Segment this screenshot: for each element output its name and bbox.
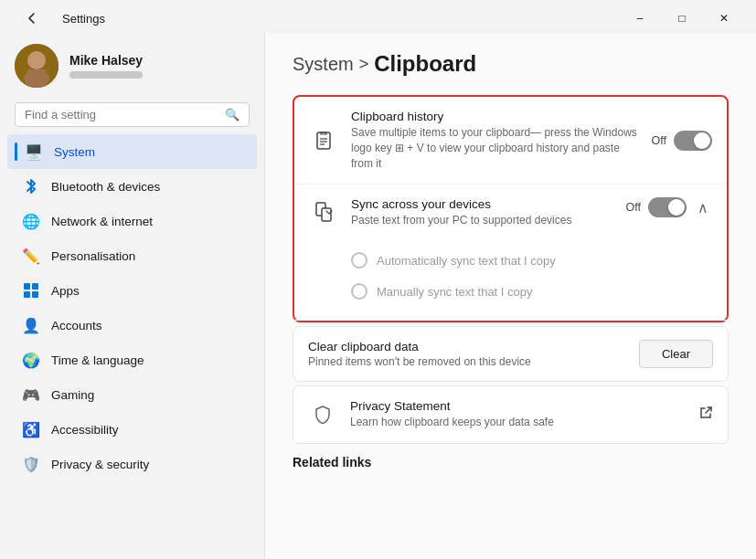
search-icon: 🔍: [225, 108, 240, 121]
sidebar-item-system[interactable]: 🖥️ System: [7, 134, 257, 169]
svg-point-1: [27, 51, 46, 69]
user-name: Mike Halsey: [69, 53, 143, 68]
sync-control: Off ∧: [626, 197, 712, 217]
sidebar-item-accounts[interactable]: 👤 Accounts: [7, 308, 257, 343]
svg-rect-5: [32, 283, 38, 290]
sync-row: Sync across your devices Paste text from…: [294, 185, 727, 241]
sidebar-item-label-bluetooth: Bluetooth & devices: [51, 180, 160, 194]
breadcrumb-current: Clipboard: [374, 51, 476, 77]
back-button[interactable]: [11, 5, 53, 32]
bluetooth-icon: [22, 177, 40, 195]
manual-sync-option[interactable]: Manually sync text that I copy: [351, 276, 712, 307]
user-account-bar: [69, 71, 143, 79]
sidebar-item-label-privacy: Privacy & security: [51, 458, 149, 471]
sync-title: Sync across your devices: [351, 197, 613, 211]
sidebar-item-accessibility[interactable]: ♿ Accessibility: [7, 412, 257, 447]
sync-expand-button[interactable]: ∧: [694, 199, 712, 216]
clear-button[interactable]: Clear: [639, 340, 713, 368]
manual-sync-radio[interactable]: [351, 283, 367, 300]
sidebar-item-label-personalisation: Personalisation: [51, 249, 135, 263]
privacy-statement-title: Privacy Statement: [350, 399, 686, 413]
clear-desc: Pinned items won't be removed on this de…: [308, 355, 639, 368]
title-bar: Settings – □ ✕: [0, 0, 756, 33]
app-body: Mike Halsey 🔍 🖥️ System Bluetooth & devi…: [0, 33, 756, 559]
breadcrumb-separator: >: [359, 55, 369, 74]
window-controls: – □ ✕: [619, 5, 745, 32]
restore-button[interactable]: □: [661, 5, 703, 32]
sidebar-item-privacy[interactable]: 🛡️ Privacy & security: [7, 447, 257, 481]
svg-line-14: [706, 407, 711, 413]
clear-title: Clear clipboard data: [308, 340, 639, 353]
search-box: 🔍: [15, 102, 250, 127]
highlighted-settings-card: Clipboard history Save multiple items to…: [293, 95, 729, 322]
search-input[interactable]: [25, 108, 225, 121]
toggle-knob: [694, 132, 710, 149]
auto-sync-label: Automatically sync text that I copy: [377, 254, 556, 268]
clear-text: Clear clipboard data Pinned items won't …: [308, 340, 639, 368]
breadcrumb-parent: System: [293, 54, 354, 75]
main-content: System > Clipboard Clipboard histo: [265, 33, 756, 559]
sidebar-item-time[interactable]: 🌍 Time & language: [7, 343, 257, 377]
sidebar-item-label-time: Time & language: [51, 353, 144, 367]
privacy-statement-desc: Learn how clipboard keeps your data safe: [350, 415, 686, 430]
clipboard-history-desc: Save multiple items to your clipboard— p…: [351, 125, 639, 171]
privacy-text: Privacy Statement Learn how clipboard ke…: [350, 399, 686, 430]
sync-desc: Paste text from your PC to supported dev…: [351, 213, 613, 228]
svg-rect-13: [322, 208, 331, 221]
svg-rect-6: [24, 291, 30, 298]
sync-section: Sync across your devices Paste text from…: [294, 185, 727, 321]
clipboard-history-text: Clipboard history Save multiple items to…: [351, 110, 639, 171]
svg-rect-8: [317, 132, 330, 149]
avatar: [15, 44, 59, 88]
gaming-icon: 🎮: [22, 385, 40, 404]
privacy-row: Privacy Statement Learn how clipboard ke…: [293, 385, 729, 444]
sync-text: Sync across your devices Paste text from…: [351, 197, 613, 228]
sidebar-item-gaming[interactable]: 🎮 Gaming: [7, 377, 257, 412]
clear-clipboard-row: Clear clipboard data Pinned items won't …: [293, 326, 729, 382]
clipboard-history-toggle[interactable]: [674, 131, 712, 151]
avatar-image: [15, 44, 59, 88]
sidebar-item-label-system: System: [54, 145, 95, 159]
sync-options: Automatically sync text that I copy Manu…: [294, 241, 727, 320]
system-icon: 🖥️: [25, 142, 43, 161]
sidebar: Mike Halsey 🔍 🖥️ System Bluetooth & devi…: [0, 33, 265, 559]
sidebar-item-label-accessibility: Accessibility: [51, 423, 119, 437]
clipboard-history-toggle-label: Off: [652, 134, 666, 147]
clipboard-history-title: Clipboard history: [351, 110, 639, 123]
clipboard-history-control: Off: [652, 131, 712, 151]
sidebar-item-network[interactable]: 🌐 Network & internet: [7, 204, 257, 238]
auto-sync-option[interactable]: Automatically sync text that I copy: [351, 245, 712, 276]
manual-sync-label: Manually sync text that I copy: [377, 285, 533, 299]
window-title: Settings: [62, 12, 105, 26]
sync-toggle-knob: [668, 199, 685, 216]
sidebar-item-label-apps: Apps: [51, 284, 80, 298]
sync-toggle-label: Off: [626, 201, 641, 214]
external-link-icon[interactable]: [698, 406, 713, 424]
sidebar-item-apps[interactable]: Apps: [7, 273, 257, 308]
personalisation-icon: ✏️: [22, 247, 40, 265]
privacy-icon: 🛡️: [22, 455, 40, 473]
privacy-icon-small: [308, 400, 337, 429]
accounts-icon: 👤: [22, 316, 40, 334]
sidebar-item-label-network: Network & internet: [51, 215, 153, 228]
svg-rect-7: [32, 291, 38, 298]
svg-rect-4: [24, 283, 30, 290]
accessibility-icon: ♿: [22, 420, 40, 438]
user-info: Mike Halsey: [69, 53, 143, 79]
sidebar-item-personalisation[interactable]: ✏️ Personalisation: [7, 238, 257, 273]
related-links-heading: Related links: [293, 455, 729, 469]
close-button[interactable]: ✕: [703, 5, 745, 32]
sync-toggle[interactable]: [648, 197, 687, 217]
user-profile: Mike Halsey: [0, 33, 264, 99]
time-icon: 🌍: [22, 351, 40, 369]
network-icon: 🌐: [22, 212, 40, 230]
auto-sync-radio[interactable]: [351, 252, 367, 269]
sync-icon: [309, 197, 338, 227]
clipboard-history-row: Clipboard history Save multiple items to…: [294, 97, 727, 185]
svg-rect-3: [27, 69, 46, 88]
sidebar-item-bluetooth[interactable]: Bluetooth & devices: [7, 169, 257, 204]
apps-icon: [22, 281, 40, 300]
title-bar-left: Settings: [11, 5, 105, 32]
sidebar-item-label-gaming: Gaming: [51, 388, 94, 402]
minimize-button[interactable]: –: [619, 5, 661, 32]
